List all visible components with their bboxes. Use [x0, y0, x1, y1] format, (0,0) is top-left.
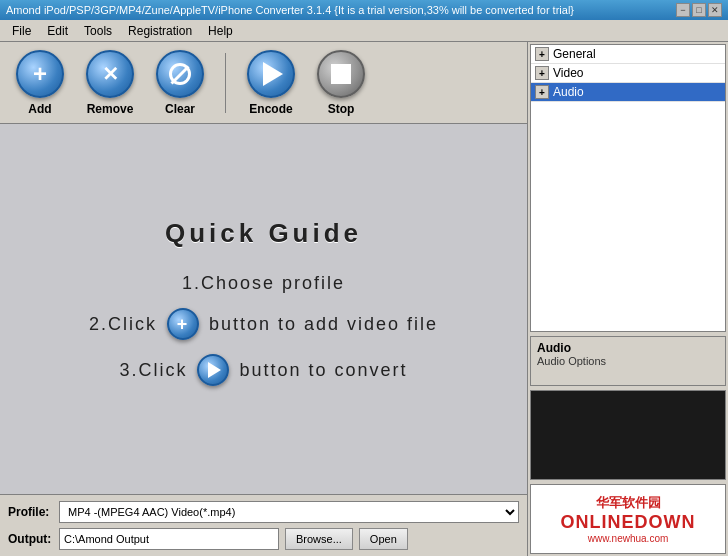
encode-label: Encode — [249, 102, 292, 116]
toolbar-separator — [225, 53, 226, 113]
menu-file[interactable]: File — [4, 22, 39, 40]
close-button[interactable]: ✕ — [708, 3, 722, 17]
browse-button[interactable]: Browse... — [285, 528, 353, 550]
tree-panel: + General + Video + Audio — [530, 44, 726, 332]
guide-encode-icon — [197, 354, 229, 386]
encode-icon — [247, 50, 295, 98]
remove-button[interactable]: ✕ Remove — [80, 50, 140, 116]
main-container: + Add ✕ Remove Clear — [0, 42, 728, 556]
slash-icon — [169, 63, 191, 85]
tree-item-video[interactable]: + Video — [531, 64, 725, 83]
menu-edit[interactable]: Edit — [39, 22, 76, 40]
right-panel: + General + Video + Audio Audio Audio Op… — [528, 42, 728, 556]
watermark-url: www.newhua.com — [561, 533, 696, 544]
clear-label: Clear — [165, 102, 195, 116]
guide-step1: 1.Choose profile — [89, 273, 438, 294]
watermark-content: 华军软件园 ONLINEDOWN www.newhua.com — [561, 494, 696, 544]
step1-text: 1.Choose profile — [182, 273, 345, 294]
x-icon: ✕ — [102, 62, 119, 86]
guide-step3: 3.Click button to convert — [89, 354, 438, 386]
step3-pre: 3.Click — [119, 360, 187, 381]
content-area: Quick Guide 1.Choose profile 2.Click + b… — [0, 124, 527, 494]
stop-button[interactable]: Stop — [311, 50, 371, 116]
menu-registration[interactable]: Registration — [120, 22, 200, 40]
title-bar: Amond iPod/PSP/3GP/MP4/Zune/AppleTV/iPho… — [0, 0, 728, 20]
watermark-brand-cn: 华军软件园 — [561, 494, 696, 512]
remove-label: Remove — [87, 102, 134, 116]
add-icon: + — [16, 50, 64, 98]
mini-play-icon — [208, 362, 221, 378]
encode-button[interactable]: Encode — [241, 50, 301, 116]
profile-label: Profile: — [8, 505, 53, 519]
expand-video[interactable]: + — [535, 66, 549, 80]
output-label: Output: — [8, 532, 53, 546]
step3-post: button to convert — [239, 360, 407, 381]
info-subtitle: Audio Options — [537, 355, 719, 367]
plus-icon: + — [33, 62, 47, 86]
step2-post: button to add video file — [209, 314, 438, 335]
output-row: Output: Browse... Open — [8, 528, 519, 550]
watermark-panel: 华军软件园 ONLINEDOWN www.newhua.com — [530, 484, 726, 554]
quick-guide: Quick Guide 1.Choose profile 2.Click + b… — [89, 218, 438, 400]
preview-panel — [530, 390, 726, 480]
menu-tools[interactable]: Tools — [76, 22, 120, 40]
play-icon — [263, 62, 283, 86]
clear-icon — [156, 50, 204, 98]
window-title: Amond iPod/PSP/3GP/MP4/Zune/AppleTV/iPho… — [6, 4, 574, 16]
guide-title: Quick Guide — [89, 218, 438, 249]
tree-item-audio[interactable]: + Audio — [531, 83, 725, 102]
minimize-button[interactable]: − — [676, 3, 690, 17]
add-label: Add — [28, 102, 51, 116]
stop-icon — [317, 50, 365, 98]
tree-label-general: General — [553, 47, 596, 61]
remove-icon: ✕ — [86, 50, 134, 98]
profile-select[interactable]: MP4 -(MPEG4 AAC) Video(*.mp4) — [59, 501, 519, 523]
expand-general[interactable]: + — [535, 47, 549, 61]
output-input[interactable] — [59, 528, 279, 550]
menu-help[interactable]: Help — [200, 22, 241, 40]
open-button[interactable]: Open — [359, 528, 408, 550]
guide-step2: 2.Click + button to add video file — [89, 308, 438, 340]
add-button[interactable]: + Add — [10, 50, 70, 116]
window-controls: − □ ✕ — [676, 3, 722, 17]
bottom-bar: Profile: MP4 -(MPEG4 AAC) Video(*.mp4) O… — [0, 494, 527, 556]
expand-audio[interactable]: + — [535, 85, 549, 99]
profile-row: Profile: MP4 -(MPEG4 AAC) Video(*.mp4) — [8, 501, 519, 523]
menu-bar: File Edit Tools Registration Help — [0, 20, 728, 42]
info-panel: Audio Audio Options — [530, 336, 726, 386]
tree-label-audio: Audio — [553, 85, 584, 99]
stop-label: Stop — [328, 102, 355, 116]
watermark-brand-en: ONLINEDOWN — [561, 512, 696, 533]
stop-square-icon — [331, 64, 351, 84]
clear-button[interactable]: Clear — [150, 50, 210, 116]
guide-add-icon: + — [167, 308, 199, 340]
toolbar: + Add ✕ Remove Clear — [0, 42, 527, 124]
maximize-button[interactable]: □ — [692, 3, 706, 17]
tree-item-general[interactable]: + General — [531, 45, 725, 64]
left-panel: + Add ✕ Remove Clear — [0, 42, 528, 556]
tree-label-video: Video — [553, 66, 583, 80]
info-title: Audio — [537, 341, 719, 355]
step2-pre: 2.Click — [89, 314, 157, 335]
